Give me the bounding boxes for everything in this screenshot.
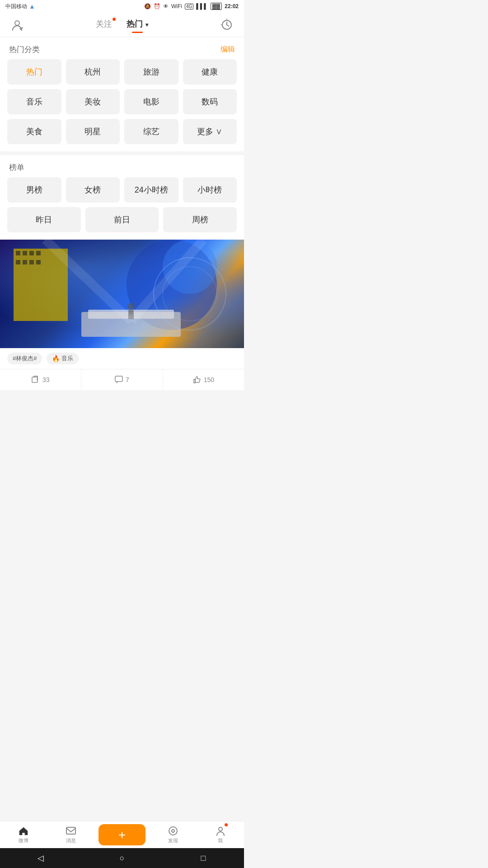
category-movie[interactable]: 电影: [124, 89, 178, 114]
category-more[interactable]: 更多 ∨: [183, 119, 237, 144]
share-icon: [32, 376, 40, 384]
divider-1: [0, 151, 244, 155]
category-variety[interactable]: 综艺: [124, 119, 178, 144]
status-left: 中国移动 ▲: [5, 3, 35, 10]
share-button[interactable]: 33: [0, 369, 81, 390]
hot-categories-header: 热门分类 编辑: [0, 37, 244, 59]
category-food[interactable]: 美食: [7, 119, 61, 144]
edit-button[interactable]: 编辑: [221, 45, 235, 54]
tag-music-label: 音乐: [61, 354, 73, 363]
carrier-text: 中国移动: [5, 3, 27, 10]
svg-point-0: [15, 21, 19, 25]
chart-female[interactable]: 女榜: [66, 177, 120, 203]
share-count: 33: [42, 376, 50, 383]
follow-dot: [113, 18, 116, 21]
profile-button[interactable]: [9, 17, 25, 33]
comment-button[interactable]: 7: [81, 369, 163, 390]
mute-icon: 🔕: [144, 3, 151, 9]
status-right: 🔕 ⏰ 👁 WiFi 4G ▌▌▌ ▓▓ 22:02: [144, 3, 239, 10]
svg-rect-3: [16, 251, 20, 255]
fire-icon: 🔥: [52, 355, 60, 362]
header-nav: 关注 热门 ▾: [0, 13, 244, 37]
svg-rect-4: [23, 251, 27, 255]
svg-rect-6: [36, 251, 41, 255]
chart-day-before[interactable]: 前日: [85, 207, 159, 232]
category-beauty[interactable]: 美妆: [66, 89, 120, 114]
svg-rect-22: [115, 376, 122, 382]
tag-music[interactable]: 🔥 音乐: [47, 353, 79, 364]
category-travel[interactable]: 旅游: [124, 59, 178, 85]
like-icon: [193, 376, 201, 384]
charts-bottom-grid: 昨日 前日 周榜: [0, 207, 244, 240]
signal-4g-icon: 4G: [185, 4, 193, 9]
chart-24h[interactable]: 24小时榜: [124, 177, 178, 203]
tags-row: #林俊杰# 🔥 音乐: [0, 348, 244, 369]
action-bar: 33 7 150: [0, 369, 244, 390]
category-stars[interactable]: 明星: [66, 119, 120, 144]
category-digital[interactable]: 数码: [183, 89, 237, 114]
charts-top-grid: 男榜 女榜 24小时榜 小时榜: [0, 177, 244, 207]
media-section: #林俊杰# 🔥 音乐 33 7: [0, 240, 244, 390]
media-image-svg: [0, 240, 244, 348]
category-health[interactable]: 健康: [183, 59, 237, 85]
signal-bars-icon: ▌▌▌: [196, 3, 208, 9]
svg-rect-7: [16, 260, 20, 264]
charts-title: 榜单: [9, 162, 24, 173]
media-card: #林俊杰# 🔥 音乐 33 7: [0, 240, 244, 390]
status-bar: 中国移动 ▲ 🔕 ⏰ 👁 WiFi 4G ▌▌▌ ▓▓ 22:02: [0, 0, 244, 13]
category-music[interactable]: 音乐: [7, 89, 61, 114]
svg-rect-10: [36, 260, 41, 264]
hot-categories-title: 热门分类: [9, 44, 40, 55]
chart-male[interactable]: 男榜: [7, 177, 61, 203]
history-button[interactable]: [219, 17, 235, 33]
svg-rect-5: [29, 251, 34, 255]
main-tabs: 关注 热门 ▾: [96, 19, 148, 31]
comment-icon: [115, 376, 123, 384]
alarm-icon: ⏰: [154, 3, 160, 9]
like-count: 150: [204, 376, 214, 383]
eye-icon: 👁: [163, 3, 169, 9]
svg-point-15: [127, 303, 135, 310]
tab-follow[interactable]: 关注: [96, 19, 112, 31]
chart-week[interactable]: 周榜: [163, 207, 237, 232]
charts-header: 榜单: [0, 155, 244, 177]
carrier-icon: ▲: [29, 3, 35, 10]
svg-rect-8: [23, 260, 27, 264]
tag-artist-label: #林俊杰#: [13, 354, 37, 363]
time-display: 22:02: [225, 3, 239, 9]
category-grid: 热门 杭州 旅游 健康 音乐 美妆 电影 数码 美食 明星 综艺 更多 ∨: [0, 59, 244, 151]
svg-rect-9: [29, 260, 34, 264]
category-hangzhou[interactable]: 杭州: [66, 59, 120, 85]
media-thumbnail[interactable]: [0, 240, 244, 348]
category-hot[interactable]: 热门: [7, 59, 61, 85]
battery-icon: ▓▓: [211, 3, 222, 10]
bottom-spacer: [0, 390, 244, 440]
like-button[interactable]: 150: [163, 369, 244, 390]
chart-hour[interactable]: 小时榜: [183, 177, 237, 203]
hot-arrow-icon: ▾: [145, 22, 148, 28]
main-content: 热门分类 编辑 热门 杭州 旅游 健康 音乐 美妆 电影 数码 美食 明星 综艺…: [0, 37, 244, 240]
chart-yesterday[interactable]: 昨日: [7, 207, 81, 232]
wifi-icon: WiFi: [171, 3, 182, 9]
comment-count: 7: [126, 376, 129, 383]
tab-hot[interactable]: 热门 ▾: [127, 19, 148, 31]
tag-artist[interactable]: #林俊杰#: [7, 353, 42, 364]
